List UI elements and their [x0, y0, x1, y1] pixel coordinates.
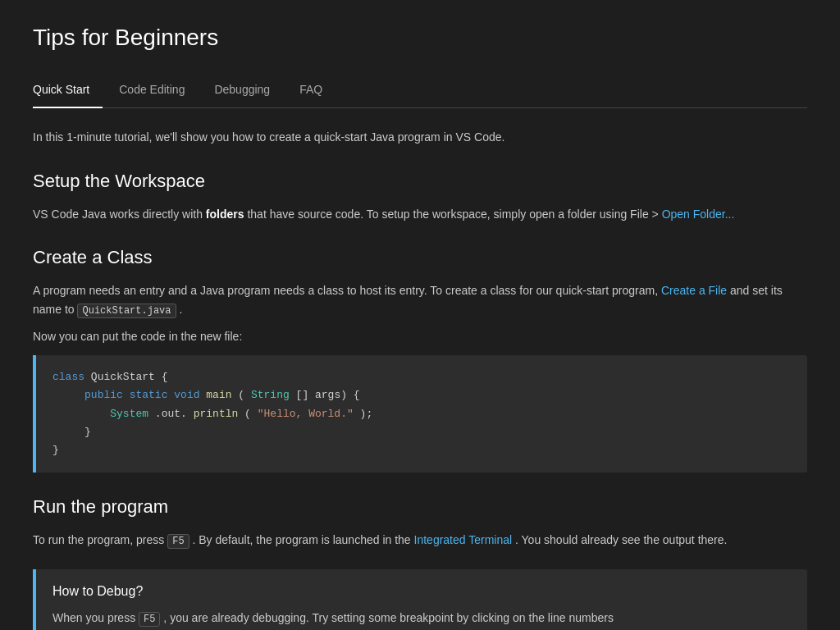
run-text-middle: . By default, the program is launched in… [192, 533, 413, 546]
type-string: String [251, 389, 290, 401]
tab-faq[interactable]: FAQ [299, 74, 336, 108]
class-system: System [110, 408, 148, 420]
string-hello-world: "Hello, World." [258, 408, 354, 420]
callout-debug: How to Debug? When you press F5 , you ar… [33, 569, 807, 630]
intro-text: In this 1-minute tutorial, we'll show yo… [33, 128, 807, 146]
callout-heading: How to Debug? [52, 581, 791, 602]
tabs-nav: Quick Start Code Editing Debugging FAQ [33, 73, 807, 108]
code-line-1: class QuickStart { [52, 368, 791, 386]
code-line-2: public static void main ( String [] args… [52, 386, 791, 404]
dot-out: .out. [155, 408, 187, 420]
print-paren: ( [244, 408, 251, 420]
section-heading-create-class: Create a Class [33, 243, 807, 272]
close-brace-1: } [84, 426, 91, 438]
method-name-main: main [206, 389, 231, 401]
f5-key-debug: F5 [139, 612, 160, 627]
run-text-prefix: To run the program, press [33, 533, 167, 546]
page-title: Tips for Beginners [33, 20, 807, 57]
section-run-program: Run the program To run the program, pres… [33, 492, 807, 550]
section-setup-workspace: Setup the Workspace VS Code Java works d… [33, 167, 807, 224]
main-params: ( [238, 389, 244, 401]
create-class-body: A program needs an entry and a Java prog… [33, 281, 807, 319]
callout-body: When you press F5 , you are already debu… [52, 609, 791, 628]
close-brace-2: } [52, 444, 59, 456]
setup-text-prefix: VS Code Java works directly with [33, 208, 206, 221]
code-block-quickstart: class QuickStart { public static void ma… [33, 355, 807, 472]
class-name: QuickStart { [91, 371, 168, 383]
indent-3 [52, 426, 78, 438]
tab-quick-start[interactable]: Quick Start [33, 74, 103, 108]
keyword-void: void [174, 389, 199, 401]
keyword-public: public [84, 389, 123, 401]
setup-bold-folders: folders [206, 208, 244, 221]
keyword-class: class [52, 371, 84, 383]
run-text-suffix: . You should already see the output ther… [515, 533, 727, 546]
tab-debugging[interactable]: Debugging [214, 74, 283, 108]
integrated-terminal-link[interactable]: Integrated Terminal [414, 533, 513, 546]
indent-2 [52, 408, 103, 420]
setup-text-suffix: that have source code. To setup the work… [247, 208, 661, 221]
callout-text-prefix: When you press [52, 611, 139, 624]
create-file-link[interactable]: Create a File [661, 284, 727, 297]
create-class-text: A program needs an entry and a Java prog… [33, 284, 661, 297]
code-line-3: System .out. println ( "Hello, World." )… [52, 405, 791, 423]
tab-code-editing[interactable]: Code Editing [119, 74, 198, 108]
section-create-class: Create a Class A program needs an entry … [33, 243, 807, 472]
section-heading-setup: Setup the Workspace [33, 167, 807, 195]
print-close: ); [360, 408, 373, 420]
section-heading-run: Run the program [33, 492, 807, 521]
code-line-4: } [52, 423, 791, 441]
create-class-period: . [179, 303, 182, 316]
setup-body: VS Code Java works directly with folders… [33, 205, 807, 223]
f5-key-run: F5 [167, 534, 189, 549]
quickstart-filename-code: QuickStart.java [77, 304, 176, 318]
method-println: println [194, 408, 239, 420]
code-line-5: } [52, 441, 791, 459]
callout-text-suffix: , you are already debugging. Try setting… [163, 611, 614, 624]
create-class-prompt: Now you can put the code in the new file… [33, 327, 807, 345]
open-folder-link[interactable]: Open Folder... [662, 208, 735, 221]
keyword-static: static [130, 389, 168, 401]
indent-1 [52, 389, 78, 401]
array-bracket: [] args) { [296, 389, 360, 401]
run-body: To run the program, press F5 . By defaul… [33, 531, 807, 550]
